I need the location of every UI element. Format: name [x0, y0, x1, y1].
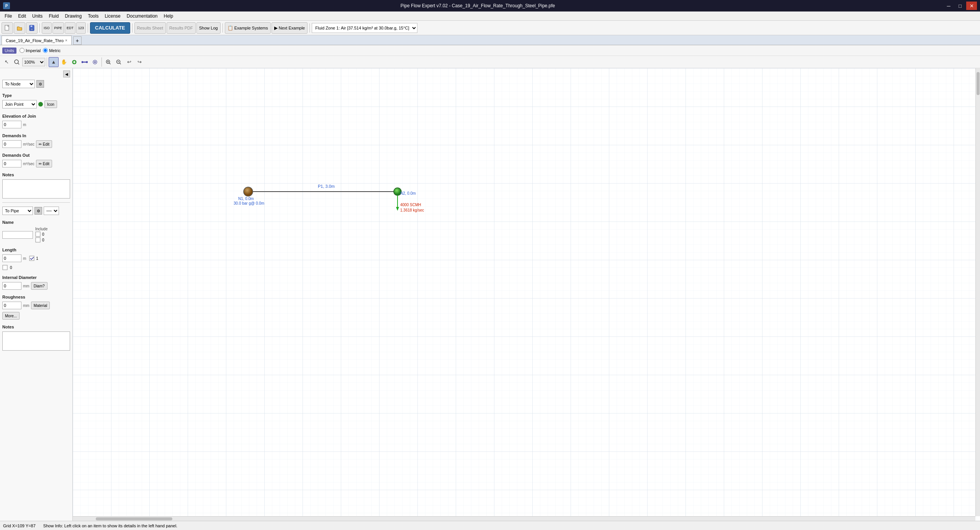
notes-textarea-2[interactable] [2, 331, 70, 351]
notes-textarea-1[interactable] [2, 179, 70, 199]
results-pdf-button[interactable]: Results PDF [167, 22, 196, 34]
panel-collapse-btn[interactable]: ◀ [63, 71, 70, 77]
status-info: Show Info: Left click on an item to show… [43, 523, 177, 528]
elevation-label: Elevation of Join [2, 114, 70, 118]
coords-display: Grid X=109 Y=87 [3, 523, 36, 528]
svg-line-5 [18, 63, 19, 64]
menu-license[interactable]: License [101, 12, 123, 20]
add-pipe-btn[interactable] [80, 57, 90, 67]
menu-file[interactable]: File [2, 12, 15, 20]
tab-bar: Case_19_Air_Flow_Rate_Thro × + [0, 35, 980, 45]
more-btn[interactable]: More... [2, 312, 20, 320]
elevation-unit: m [23, 123, 26, 127]
maximize-button[interactable]: □ [955, 2, 965, 10]
internal-diam-label: Internal Diameter [2, 275, 70, 280]
metric-radio-label[interactable]: Metric [43, 48, 61, 53]
line-style-select[interactable]: ─── - - - [44, 207, 59, 215]
canvas-area[interactable]: P1, 3.0m N1, 0.0m 30.0 bar g@ 0.0m [73, 68, 980, 521]
vertical-scrollbar[interactable] [975, 68, 980, 516]
n1-sub-svg: 30.0 bar g@ 0.0m [234, 201, 264, 205]
menu-help[interactable]: Help [161, 12, 177, 20]
diam-input[interactable] [2, 282, 21, 290]
pan-btn[interactable]: ✋ [59, 57, 69, 67]
toolbar-separator-1 [39, 23, 40, 33]
menu-fluid[interactable]: Fluid [46, 12, 62, 20]
new-button[interactable] [2, 22, 13, 34]
menu-documentation[interactable]: Documentation [124, 12, 161, 20]
hscroll-thumb[interactable] [96, 517, 172, 520]
name-row: Include 0 0 [2, 227, 70, 243]
checkbox-icon-1 [35, 231, 41, 237]
to-node-select[interactable]: To Node To Pipe [2, 80, 35, 88]
pipe-name-input[interactable] [2, 231, 33, 239]
toolbar-separator-4 [223, 23, 223, 33]
add-node-btn[interactable] [69, 57, 79, 67]
vscroll-thumb[interactable] [977, 72, 980, 95]
imperial-radio[interactable] [20, 48, 25, 53]
demands-out-edit-btn[interactable]: ✏ Edit [36, 160, 52, 167]
demands-in-edit-btn[interactable]: ✏ Edit [36, 140, 52, 148]
length-checkbox-icon [29, 256, 35, 261]
123-button[interactable]: 123 [76, 22, 86, 34]
pipe-config-btn[interactable]: ⚙ [34, 207, 42, 215]
zoom-out-btn[interactable] [114, 57, 124, 67]
next-example-button[interactable]: ▶ Next Example [272, 22, 308, 34]
title-text: Pipe Flow Expert v7.02 - Case_19_Air_Flo… [12, 3, 943, 8]
svg-rect-8 [73, 62, 75, 62]
length-input[interactable] [2, 254, 21, 262]
node-type-select[interactable]: Join Point Fixed Pressure [2, 100, 37, 108]
results-sheet-button[interactable]: Results Sheet [134, 22, 166, 34]
menu-tools[interactable]: Tools [85, 12, 101, 20]
undo-btn[interactable]: ↩ [124, 57, 134, 67]
icon-btn[interactable]: Icon [44, 100, 57, 108]
main-tab[interactable]: Case_19_Air_Flow_Rate_Thro × [2, 36, 72, 45]
demands-out-input[interactable] [2, 160, 21, 167]
units-bar: Units Imperial Metric [0, 45, 980, 56]
demands-in-input[interactable] [2, 140, 21, 148]
tab-close[interactable]: × [65, 38, 67, 43]
zoom-select[interactable]: 100%50%75%125%150% [22, 58, 45, 66]
menu-edit[interactable]: Edit [15, 12, 29, 20]
close-button[interactable]: ✕ [966, 2, 977, 10]
pump-btn[interactable] [90, 57, 100, 67]
svg-rect-23 [3, 265, 7, 270]
node-config-btn[interactable]: ⚙ [36, 80, 44, 88]
diam-btn[interactable]: Diam? [31, 282, 47, 290]
pipes-button[interactable]: PIPE [52, 22, 64, 34]
grid-svg: P1, 3.0m N1, 0.0m 30.0 bar g@ 0.0m [73, 68, 980, 521]
fluid-select[interactable]: Fluid Zone 1: Air [37.514 kg/m³ at 30.0b… [312, 23, 417, 33]
roughness-input[interactable] [2, 302, 21, 309]
select-btn[interactable]: ↖ [2, 57, 11, 67]
pointer-btn[interactable]: ▲ [49, 57, 59, 67]
svg-rect-3 [31, 28, 33, 30]
calculate-button[interactable]: CALCULATE [90, 22, 130, 34]
show-log-button[interactable]: Show Log [196, 22, 221, 34]
horizontal-scrollbar[interactable] [73, 516, 975, 521]
type-section-label: Type [2, 93, 70, 98]
save-button[interactable] [26, 22, 38, 34]
svg-rect-22 [29, 256, 34, 261]
zoom-in-btn[interactable] [103, 57, 113, 67]
minimize-button[interactable]: ─ [943, 2, 954, 10]
material-btn[interactable]: Material [31, 302, 50, 309]
main-toolbar: ISO PIPE EDT 123 CALCULATE Results Sheet… [0, 21, 980, 35]
new-tab-button[interactable]: + [73, 36, 82, 45]
node1-circle [244, 187, 253, 196]
length-sub-row: 0 [2, 265, 70, 270]
to-pipe-row: To Pipe To Node ⚙ ─── - - - [2, 207, 70, 215]
redo-btn[interactable]: ↪ [134, 57, 144, 67]
elevation-input[interactable] [2, 121, 21, 128]
open-button[interactable] [14, 22, 25, 34]
menu-units[interactable]: Units [29, 12, 46, 20]
to-pipe-select[interactable]: To Pipe To Node [2, 207, 33, 215]
imperial-radio-label[interactable]: Imperial [20, 48, 41, 53]
example-systems-button[interactable]: 📋 Example Systems [225, 22, 271, 34]
iso-button[interactable]: ISO [42, 22, 52, 34]
metric-radio[interactable] [43, 48, 48, 53]
menu-drawing[interactable]: Drawing [62, 12, 85, 20]
units-badge: Units [2, 48, 16, 54]
edit2-button[interactable]: EDT [65, 22, 75, 34]
zoom-fit-btn[interactable] [12, 57, 22, 67]
checkbox-icon-2 [35, 237, 41, 243]
diam-row: mm Diam? [2, 282, 70, 290]
